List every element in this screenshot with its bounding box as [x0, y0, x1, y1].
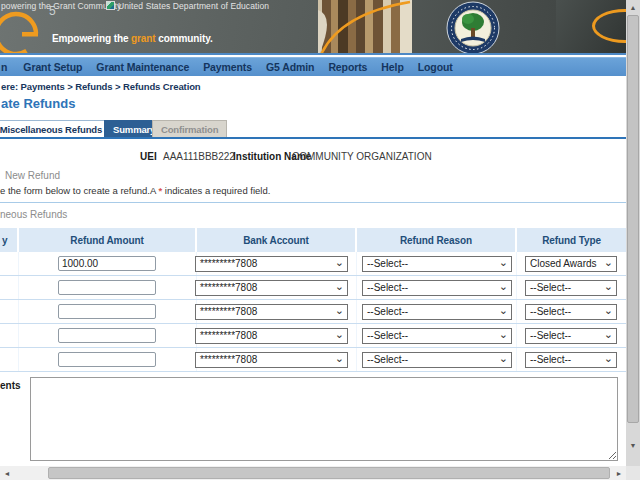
nav-item-main[interactable]: n	[0, 61, 16, 73]
chevron-down-icon: ⌄	[499, 256, 508, 269]
chevron-down-icon: ⌄	[604, 280, 613, 293]
tabs-underline	[0, 137, 626, 139]
scroll-right-arrow-icon: ►	[616, 470, 623, 477]
nav-item-help[interactable]: Help	[374, 61, 410, 73]
column-header-refund-amount: Refund Amount	[19, 228, 197, 252]
uei-label: UEI	[140, 151, 157, 162]
chevron-down-icon: ⌄	[335, 280, 344, 293]
column-header-refund-reason: Refund Reason	[357, 228, 517, 252]
nav-item-g5-admin[interactable]: G5 Admin	[259, 61, 321, 73]
chevron-down-icon: ⌄	[335, 352, 344, 365]
chevron-down-icon: ⌄	[499, 328, 508, 341]
horizontal-scrollbar-thumb[interactable]	[48, 467, 610, 479]
institution-name-value: COMMUNITY ORGANIZATION	[292, 151, 432, 162]
scroll-left-button[interactable]: ◄	[0, 466, 14, 480]
scroll-up-arrow-icon: ▲	[630, 4, 637, 11]
comments-textarea[interactable]	[30, 377, 618, 461]
chevron-down-icon: ⌄	[604, 304, 613, 317]
g5-application-window: powering the Grant Community United Stat…	[0, 0, 640, 480]
chevron-down-icon: ⌄	[604, 256, 613, 269]
refunds-table-header: y Refund Amount Bank Account Refund Reas…	[0, 228, 626, 252]
miscellaneous-refunds-heading: neous Refunds	[0, 209, 67, 220]
scroll-down-button[interactable]: ▼	[626, 438, 640, 452]
g5-logo-number: 5	[49, 4, 56, 18]
refund-reason-select[interactable]: --Select--⌄	[362, 328, 512, 344]
refund-amount-input[interactable]	[58, 352, 156, 367]
nav-item-grant-setup[interactable]: Grant Setup	[16, 61, 89, 73]
breadcrumb: ere: Payments > Refunds > Refunds Creati…	[1, 81, 201, 92]
bank-account-select[interactable]: *********7808⌄	[195, 328, 348, 344]
tab-confirmation: Confirmation	[152, 120, 227, 137]
banner-strap-right-text: United States Department of Education	[118, 1, 269, 11]
bank-account-select[interactable]: *********7808⌄	[195, 304, 348, 320]
nav-item-reports[interactable]: Reports	[321, 61, 374, 73]
refund-reason-select[interactable]: --Select--⌄	[362, 256, 512, 272]
column-header-award: y	[0, 228, 19, 252]
refund-type-select[interactable]: Closed Awards⌄	[525, 256, 617, 272]
nav-item-logout[interactable]: Logout	[411, 61, 460, 73]
main-navigation-bar: n Grant Setup Grant Maintenance Payments…	[0, 57, 626, 76]
refund-reason-select[interactable]: --Select--⌄	[362, 352, 512, 368]
refund-type-select[interactable]: --Select--⌄	[525, 328, 617, 344]
department-of-education-seal	[446, 1, 500, 55]
vertical-scrollbar[interactable]: ▲ ▼	[626, 0, 640, 466]
section-divider	[0, 202, 626, 203]
chevron-down-icon: ⌄	[335, 256, 344, 269]
g5-logo-icon	[0, 8, 41, 55]
bank-account-select[interactable]: *********7808⌄	[195, 280, 348, 296]
chevron-down-icon: ⌄	[499, 304, 508, 317]
page-title: ate Refunds	[1, 96, 75, 111]
refund-row: *********7808⌄ --Select--⌄ --Select--⌄	[0, 348, 626, 372]
refund-reason-select[interactable]: --Select--⌄	[362, 304, 512, 320]
column-header-refund-type: Refund Type	[517, 228, 626, 252]
bank-account-select[interactable]: *********7808⌄	[195, 352, 348, 368]
refund-amount-input[interactable]	[58, 280, 156, 295]
refund-amount-input[interactable]	[58, 304, 156, 319]
chevron-down-icon: ⌄	[604, 352, 613, 365]
refund-amount-input[interactable]	[58, 328, 156, 343]
scroll-left-arrow-icon: ◄	[4, 470, 11, 477]
refund-reason-select[interactable]: --Select--⌄	[362, 280, 512, 296]
chevron-down-icon: ⌄	[499, 352, 508, 365]
comments-label: ents	[0, 380, 21, 391]
refund-row: *********7808⌄ --Select--⌄ --Select--⌄	[0, 324, 626, 348]
tab-create-miscellaneous-refunds[interactable]: te Miscellaneous Refunds	[0, 120, 111, 137]
refund-row: *********7808⌄ --Select--⌄ --Select--⌄	[0, 300, 626, 324]
chevron-down-icon: ⌄	[335, 304, 344, 317]
new-refund-heading: New Refund	[5, 170, 60, 181]
nav-item-grant-maintenance[interactable]: Grant Maintenance	[89, 61, 196, 73]
refund-type-select[interactable]: --Select--⌄	[525, 352, 617, 368]
bank-account-select[interactable]: *********7808⌄	[195, 256, 348, 272]
scroll-up-button[interactable]: ▲	[626, 0, 640, 14]
refunds-table: y Refund Amount Bank Account Refund Reas…	[0, 228, 626, 372]
page-content: powering the Grant Community United Stat…	[0, 0, 626, 466]
refund-type-select[interactable]: --Select--⌄	[525, 280, 617, 296]
chevron-down-icon: ⌄	[604, 328, 613, 341]
refund-row: *********7808⌄ --Select--⌄ Closed Awards…	[0, 252, 626, 276]
nav-item-payments[interactable]: Payments	[196, 61, 259, 73]
g5-banner: powering the Grant Community United Stat…	[0, 0, 626, 55]
scroll-down-arrow-icon: ▼	[630, 442, 637, 449]
chevron-down-icon: ⌄	[335, 328, 344, 341]
uei-value: AAA111BBB222	[163, 151, 235, 162]
refund-amount-input[interactable]	[58, 256, 156, 271]
scrollbar-corner	[626, 466, 640, 480]
form-instructions: e the form below to create a refund.A * …	[0, 185, 270, 196]
banner-tagline: Empowering the grant community.	[52, 33, 213, 44]
chevron-down-icon: ⌄	[499, 280, 508, 293]
refund-row: *********7808⌄ --Select--⌄ --Select--⌄	[0, 276, 626, 300]
scroll-right-button[interactable]: ►	[612, 466, 626, 480]
library-photo	[318, 0, 412, 55]
column-header-bank-account: Bank Account	[197, 228, 357, 252]
refund-type-select[interactable]: --Select--⌄	[525, 304, 617, 320]
horizontal-scrollbar[interactable]: ◄ ►	[0, 466, 626, 480]
document-icon	[106, 1, 115, 10]
vertical-scrollbar-thumb[interactable]	[627, 15, 639, 423]
